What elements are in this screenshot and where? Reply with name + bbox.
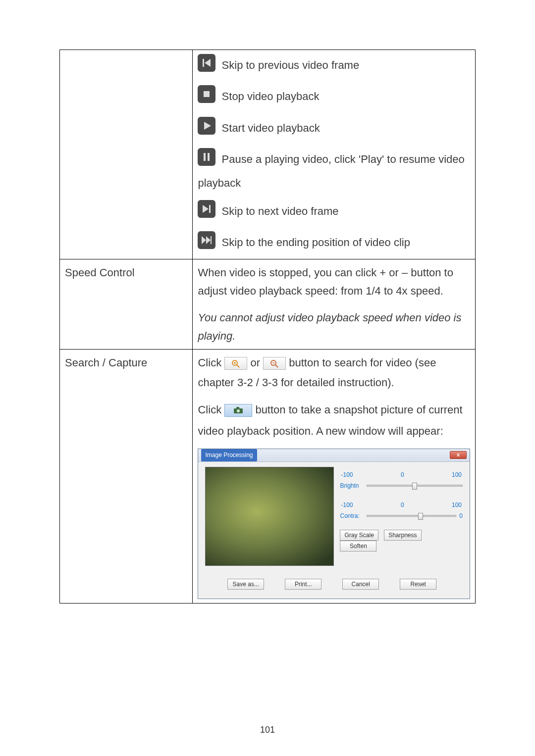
contrast-label: Contra: — [340, 511, 367, 521]
search-l3a: Click — [198, 403, 221, 416]
contrast-min: -100 — [341, 500, 353, 510]
brightness-min: -100 — [341, 470, 353, 480]
svg-rect-7 — [198, 148, 215, 166]
svg-rect-16 — [211, 236, 212, 244]
skip-end-icon — [198, 231, 215, 254]
contrast-thumb[interactable] — [418, 513, 423, 520]
search-l4: video playback position. A new window wi… — [198, 422, 470, 440]
svg-rect-1 — [203, 59, 204, 67]
contrast-end-cap: 0 — [459, 511, 463, 521]
soften-button[interactable]: Soften — [340, 541, 376, 552]
brightness-slider-row: -100 0 100 Brightn — [340, 470, 463, 491]
play-icon — [198, 117, 215, 140]
save-as-button[interactable]: Save as... — [227, 579, 264, 590]
zoom-out-icon[interactable] — [263, 357, 286, 370]
svg-rect-4 — [204, 91, 210, 97]
brightness-mid: 0 — [401, 470, 404, 480]
dialog-titlebar: Image Processing x — [198, 449, 470, 462]
speed-label: Speed Control — [60, 259, 193, 350]
skip-prev-icon — [198, 54, 215, 77]
search-l1a: Click — [198, 356, 221, 369]
brightness-label: Brightn — [340, 481, 367, 491]
print-button[interactable]: Print... — [285, 579, 321, 590]
svg-line-18 — [237, 365, 239, 367]
pause-text-2: playback — [198, 174, 470, 192]
gray-scale-button[interactable]: Gray Scale — [340, 530, 378, 541]
brightness-track[interactable] — [367, 485, 463, 487]
skip-next-icon — [198, 200, 215, 223]
brightness-thumb[interactable] — [412, 483, 417, 490]
controls-panel: -100 0 100 Brightn — [340, 467, 463, 566]
skip-prev-text: Skip to previous video frame — [222, 59, 360, 71]
search-label: Search / Capture — [60, 350, 193, 604]
skip-next-text: Skip to next video frame — [222, 204, 339, 217]
playback-cell: Skip to previous video frame Stop video … — [193, 50, 476, 259]
playback-label-cell — [60, 50, 193, 259]
speed-p1: When video is stopped, you can click + o… — [198, 263, 470, 301]
speed-p2: You cannot adjust video playback speed w… — [198, 308, 470, 346]
search-l3b: button to take a snapshot picture of cur… — [255, 403, 462, 416]
svg-line-22 — [275, 365, 278, 367]
pause-icon — [198, 148, 215, 171]
svg-rect-8 — [204, 153, 206, 161]
svg-rect-25 — [236, 407, 239, 409]
snapshot-preview — [205, 467, 334, 566]
contrast-track[interactable] — [367, 515, 456, 517]
search-l2: chapter 3-2 / 3-3 for detailed instructi… — [198, 373, 470, 392]
svg-point-26 — [237, 409, 240, 412]
speed-content: When video is stopped, you can click + o… — [193, 259, 476, 350]
dialog-title-text: Image Processing — [201, 449, 257, 461]
image-processing-dialog: Image Processing x -100 0 100 — [198, 449, 470, 599]
svg-rect-12 — [209, 205, 211, 213]
zoom-in-icon[interactable] — [224, 357, 247, 370]
contrast-mid: 0 — [401, 500, 404, 510]
contrast-slider-row: -100 0 100 Contra: 0 — [340, 500, 463, 521]
dialog-close-button[interactable]: x — [450, 451, 467, 459]
pause-text-1: Pause a playing video, click 'Play' to r… — [222, 153, 465, 165]
search-l1b: or — [250, 356, 260, 369]
dialog-footer: Save as... Print... Cancel Reset — [198, 572, 470, 599]
start-text: Start video playback — [222, 121, 320, 134]
skip-end-text: Skip to the ending position of video cli… — [222, 236, 410, 249]
camera-icon[interactable] — [224, 404, 252, 417]
search-l1c: button to search for video (see — [289, 356, 436, 369]
stop-icon — [198, 85, 215, 108]
stop-text: Stop video playback — [222, 90, 320, 102]
cancel-button[interactable]: Cancel — [342, 579, 379, 590]
svg-rect-9 — [208, 153, 210, 161]
page-number: 101 — [0, 725, 535, 735]
contrast-max: 100 — [452, 500, 462, 510]
search-content: Click or button to search for video (see… — [193, 350, 476, 604]
reset-button[interactable]: Reset — [400, 579, 436, 590]
doc-table: Skip to previous video frame Stop video … — [59, 50, 476, 604]
brightness-max: 100 — [452, 470, 462, 480]
sharpness-button[interactable]: Sharpness — [384, 530, 421, 541]
